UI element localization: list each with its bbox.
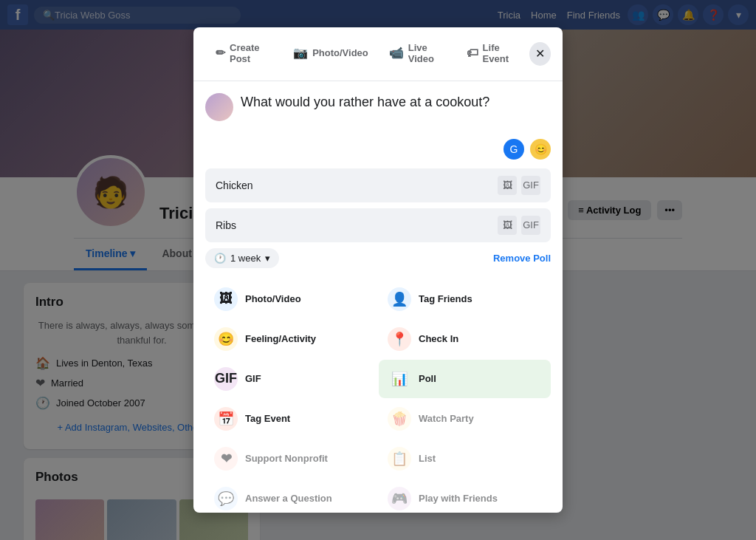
gif-emoji-button[interactable]: G <box>504 139 524 160</box>
modal-close-button[interactable]: ✕ <box>529 42 551 66</box>
chevron-down-icon: ▾ <box>265 253 270 264</box>
poll-option-2-image-btn[interactable]: 🖼 <box>498 216 517 235</box>
action-gif[interactable]: GIF GIF <box>205 360 377 398</box>
tab-photo-video[interactable]: 📷 Photo/Video <box>283 36 379 72</box>
poll-option-1-icons: 🖼 GIF <box>498 176 540 195</box>
question-icon: 💬 <box>214 487 238 510</box>
tab-life-event[interactable]: 🏷 Life Event <box>456 36 529 72</box>
modal-overlay: ✏ Create Post 📷 Photo/Video 📹 Live Video… <box>0 0 756 540</box>
photo-video-icon: 🖼 <box>214 287 238 311</box>
post-question-row: What would you rather have at a cookout? <box>205 93 551 130</box>
post-question-text[interactable]: What would you rather have at a cookout? <box>241 93 551 130</box>
modal-body: What would you rather have at a cookout?… <box>193 81 563 513</box>
gif-icon: GIF <box>214 367 238 391</box>
remove-poll-button[interactable]: Remove Poll <box>493 253 551 264</box>
action-play-friends[interactable]: 🎮 Play with Friends <box>379 479 551 513</box>
action-grid: 🖼 Photo/Video 👤 Tag Friends 😊 Feeling/Ac… <box>205 280 551 513</box>
poll-icon: 📊 <box>388 367 411 391</box>
event-icon: 📅 <box>214 407 238 431</box>
video-icon: 📹 <box>389 46 404 60</box>
nonprofit-icon: ❤ <box>214 447 238 471</box>
poll-option-1-text: Chicken <box>216 180 498 191</box>
action-list[interactable]: 📋 List <box>379 440 551 478</box>
action-support-nonprofit[interactable]: ❤ Support Nonprofit <box>205 440 377 478</box>
poll-option-1-gif-btn[interactable]: GIF <box>521 176 540 195</box>
tag-friends-icon: 👤 <box>388 287 411 311</box>
feeling-icon: 😊 <box>214 327 238 351</box>
smiley-emoji-button[interactable]: 😊 <box>530 139 551 160</box>
modal-header: ✏ Create Post 📷 Photo/Video 📹 Live Video… <box>193 27 563 81</box>
tab-live-video[interactable]: 📹 Live Video <box>379 36 456 72</box>
tab-create-post[interactable]: ✏ Create Post <box>205 36 283 72</box>
poll-option-2-icons: 🖼 GIF <box>498 216 540 235</box>
watch-party-icon: 🍿 <box>388 407 411 431</box>
action-poll[interactable]: 📊 Poll <box>379 360 551 398</box>
clock-icon: 🕐 <box>214 253 226 264</box>
poll-option-2-gif-btn[interactable]: GIF <box>521 216 540 235</box>
poll-option-2-text: Ribs <box>216 219 498 231</box>
check-in-icon: 📍 <box>388 327 411 351</box>
poll-duration-button[interactable]: 🕐 1 week ▾ <box>205 248 279 268</box>
poll-duration-row: 🕐 1 week ▾ Remove Poll <box>205 248 551 268</box>
action-tag-friends[interactable]: 👤 Tag Friends <box>379 280 551 318</box>
emoji-row: G 😊 <box>205 139 551 160</box>
post-avatar <box>205 93 233 121</box>
list-icon: 📋 <box>388 447 411 471</box>
poll-option-2[interactable]: Ribs 🖼 GIF <box>205 208 551 242</box>
poll-option-1-image-btn[interactable]: 🖼 <box>498 176 517 195</box>
action-check-in[interactable]: 📍 Check In <box>379 320 551 358</box>
pencil-icon: ✏ <box>216 46 225 60</box>
camera-icon: 📷 <box>293 46 308 60</box>
action-watch-party[interactable]: 🍿 Watch Party <box>379 400 551 438</box>
action-tag-event[interactable]: 📅 Tag Event <box>205 400 377 438</box>
poll-option-1[interactable]: Chicken 🖼 GIF <box>205 168 551 202</box>
action-answer-question[interactable]: 💬 Answer a Question <box>205 479 377 513</box>
modal-tabs: ✏ Create Post 📷 Photo/Video 📹 Live Video… <box>205 36 529 72</box>
action-photo-video[interactable]: 🖼 Photo/Video <box>205 280 377 318</box>
action-feeling-activity[interactable]: 😊 Feeling/Activity <box>205 320 377 358</box>
play-icon: 🎮 <box>388 487 411 510</box>
tag-icon: 🏷 <box>467 47 478 60</box>
create-post-modal: ✏ Create Post 📷 Photo/Video 📹 Live Video… <box>193 27 563 513</box>
